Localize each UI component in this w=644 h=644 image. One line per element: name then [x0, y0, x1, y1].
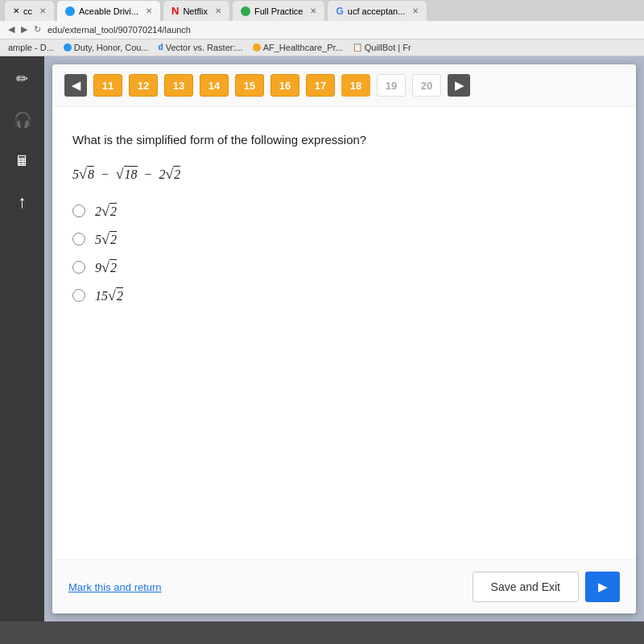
tab-fullpractice-close[interactable]: ✕	[310, 6, 316, 15]
option-1-text: 2√2	[95, 203, 117, 220]
question-num-12[interactable]: 12	[129, 74, 158, 97]
bookmark-2-icon	[64, 43, 72, 52]
tab-aceable[interactable]: Aceable Drivi... ✕	[56, 0, 161, 21]
refresh-icon[interactable]: ↻	[34, 24, 41, 35]
option-4-text: 15√2	[95, 287, 123, 304]
tab-bar: ✕ cc ✕ Aceable Drivi... ✕ N Netflix ✕ Fu…	[0, 0, 644, 21]
expression-math: 5√8 − √18 − 2√2	[72, 167, 180, 181]
browser-chrome: ✕ cc ✕ Aceable Drivi... ✕ N Netflix ✕ Fu…	[0, 0, 644, 56]
bookmark-4[interactable]: AF_Healthcare_Pr...	[253, 43, 343, 52]
tab-aceable-label: Aceable Drivi...	[79, 6, 138, 16]
question-num-11[interactable]: 11	[93, 74, 122, 97]
bookmark-5-icon: 📋	[353, 43, 362, 52]
question-num-20[interactable]: 20	[412, 74, 441, 97]
left-sidebar: ✏ 🎧 🖩 ↑	[0, 56, 44, 621]
save-exit-button[interactable]: Save and Exit	[473, 572, 579, 602]
bookmark-3-label: Vector vs. Raster:...	[166, 43, 243, 52]
option-1[interactable]: 2√2	[72, 203, 616, 220]
question-nav: ◀ 11 12 13 14 15 16 17 18 19 20 ▶	[52, 64, 636, 107]
option-4[interactable]: 15√2	[72, 287, 616, 304]
headphone-icon[interactable]: 🎧	[8, 105, 37, 134]
expression: 5√8 − √18 − 2√2	[72, 166, 616, 183]
netflix-favicon: N	[171, 5, 179, 17]
bookmark-5-label: QuillBot | Fr	[365, 43, 411, 52]
bookmark-2[interactable]: Duty, Honor, Cou...	[64, 43, 149, 52]
mark-return-link[interactable]: Mark this and return	[68, 581, 162, 593]
bookmark-3[interactable]: d Vector vs. Raster:...	[159, 43, 243, 52]
sqrt-8: √8	[79, 166, 94, 183]
radio-option-1[interactable]	[72, 204, 85, 217]
bookmark-5[interactable]: 📋 QuillBot | Fr	[353, 43, 411, 52]
question-num-14[interactable]: 14	[200, 74, 229, 97]
arrow-up-icon[interactable]: ↑	[8, 188, 37, 217]
question-num-15[interactable]: 15	[235, 74, 264, 97]
question-body: What is the simplified form of the follo…	[52, 107, 636, 559]
bookmark-3-icon: d	[159, 43, 163, 52]
prev-question-button[interactable]: ◀	[64, 74, 87, 97]
tab-cc-label: cc	[23, 6, 32, 16]
tab-cc-close[interactable]: ✕	[39, 6, 46, 15]
calculator-icon[interactable]: 🖩	[8, 147, 37, 175]
tab-aceable-close[interactable]: ✕	[146, 6, 152, 15]
tab-netflix-label: Netflix	[183, 6, 208, 16]
question-num-18[interactable]: 18	[341, 74, 370, 97]
option-3[interactable]: 9√2	[72, 259, 616, 276]
aceable-favicon	[65, 6, 75, 16]
question-num-17[interactable]: 17	[306, 74, 335, 97]
address-bar: ◀ ▶ ↻ edu/external_tool/907070214/launch	[0, 21, 644, 39]
back-icon[interactable]: ◀	[8, 24, 14, 35]
bookmark-4-icon	[253, 43, 261, 52]
question-text: What is the simplified form of the follo…	[72, 131, 616, 150]
question-num-13[interactable]: 13	[164, 74, 193, 97]
tab-netflix[interactable]: N Netflix ✕	[163, 0, 230, 21]
tab-cc[interactable]: ✕ cc ✕	[4, 0, 55, 21]
radio-option-3[interactable]	[72, 261, 85, 274]
quiz-container: ◀ 11 12 13 14 15 16 17 18 19 20 ▶ What i…	[52, 64, 636, 613]
next-question-button[interactable]: ▶	[448, 74, 470, 97]
tab-ucf-label: ucf acceptan...	[348, 6, 406, 16]
option-2-text: 5√2	[95, 231, 117, 248]
quiz-footer: Mark this and return Save and Exit ▶	[52, 559, 636, 613]
tab-ucf-close[interactable]: ✕	[412, 6, 419, 15]
tab-ucf[interactable]: G ucf acceptan... ✕	[327, 0, 427, 21]
option-3-text: 9√2	[95, 259, 117, 276]
next-button[interactable]: ▶	[585, 572, 620, 602]
tab-fullpractice[interactable]: Full Practice ✕	[232, 0, 326, 21]
option-2[interactable]: 5√2	[72, 231, 616, 248]
bookmark-2-label: Duty, Honor, Cou...	[74, 43, 149, 52]
radio-option-4[interactable]	[72, 289, 85, 302]
bookmark-4-label: AF_Healthcare_Pr...	[263, 43, 343, 52]
forward-icon[interactable]: ▶	[21, 24, 27, 35]
options-list: 2√2 5√2 9√2	[72, 203, 616, 304]
main-content: ✏ 🎧 🖩 ↑ ◀ 11 12 13 14 15 16 17 18 19 20 …	[0, 56, 644, 621]
fullpractice-favicon	[241, 6, 250, 16]
sqrt-18: √18	[116, 166, 138, 183]
sqrt-2: √2	[165, 166, 180, 183]
address-text[interactable]: edu/external_tool/907070214/launch	[47, 25, 636, 35]
tab-netflix-close[interactable]: ✕	[215, 6, 221, 15]
pencil-icon[interactable]: ✏	[8, 64, 37, 93]
radio-option-2[interactable]	[72, 233, 85, 246]
footer-buttons: Save and Exit ▶	[473, 572, 620, 602]
ucf-favicon: G	[336, 6, 343, 17]
bookmarks-bar: ample - D... Duty, Honor, Cou... d Vecto…	[0, 39, 644, 56]
tab-fullpractice-label: Full Practice	[254, 6, 303, 16]
question-num-16[interactable]: 16	[270, 74, 299, 97]
bookmark-1[interactable]: ample - D...	[8, 43, 54, 52]
question-num-19[interactable]: 19	[377, 74, 406, 97]
